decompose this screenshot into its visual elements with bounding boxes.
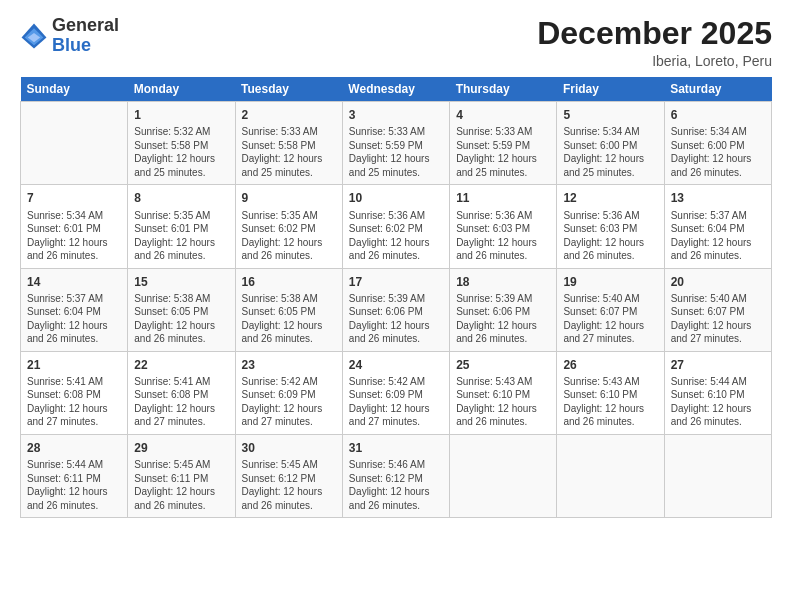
calendar-cell: 11Sunrise: 5:36 AMSunset: 6:03 PMDayligh… — [450, 185, 557, 268]
day-number: 20 — [671, 274, 765, 290]
calendar-cell: 20Sunrise: 5:40 AMSunset: 6:07 PMDayligh… — [664, 268, 771, 351]
day-info: Sunrise: 5:46 AMSunset: 6:12 PMDaylight:… — [349, 458, 443, 512]
day-info: Sunrise: 5:44 AMSunset: 6:11 PMDaylight:… — [27, 458, 121, 512]
day-info: Sunrise: 5:38 AMSunset: 6:05 PMDaylight:… — [134, 292, 228, 346]
day-number: 7 — [27, 190, 121, 206]
day-info: Sunrise: 5:39 AMSunset: 6:06 PMDaylight:… — [349, 292, 443, 346]
location: Iberia, Loreto, Peru — [537, 53, 772, 69]
calendar-cell: 27Sunrise: 5:44 AMSunset: 6:10 PMDayligh… — [664, 351, 771, 434]
day-info: Sunrise: 5:33 AMSunset: 5:59 PMDaylight:… — [349, 125, 443, 179]
calendar-week-3: 14Sunrise: 5:37 AMSunset: 6:04 PMDayligh… — [21, 268, 772, 351]
day-number: 6 — [671, 107, 765, 123]
day-info: Sunrise: 5:34 AMSunset: 6:00 PMDaylight:… — [671, 125, 765, 179]
day-info: Sunrise: 5:33 AMSunset: 5:59 PMDaylight:… — [456, 125, 550, 179]
col-saturday: Saturday — [664, 77, 771, 102]
day-number: 8 — [134, 190, 228, 206]
day-info: Sunrise: 5:34 AMSunset: 6:00 PMDaylight:… — [563, 125, 657, 179]
calendar-cell — [450, 434, 557, 517]
calendar-cell: 23Sunrise: 5:42 AMSunset: 6:09 PMDayligh… — [235, 351, 342, 434]
calendar-cell: 29Sunrise: 5:45 AMSunset: 6:11 PMDayligh… — [128, 434, 235, 517]
calendar-cell: 25Sunrise: 5:43 AMSunset: 6:10 PMDayligh… — [450, 351, 557, 434]
calendar-cell: 31Sunrise: 5:46 AMSunset: 6:12 PMDayligh… — [342, 434, 449, 517]
calendar-week-5: 28Sunrise: 5:44 AMSunset: 6:11 PMDayligh… — [21, 434, 772, 517]
col-tuesday: Tuesday — [235, 77, 342, 102]
day-info: Sunrise: 5:38 AMSunset: 6:05 PMDaylight:… — [242, 292, 336, 346]
day-number: 18 — [456, 274, 550, 290]
calendar-body: 1Sunrise: 5:32 AMSunset: 5:58 PMDaylight… — [21, 102, 772, 518]
day-info: Sunrise: 5:42 AMSunset: 6:09 PMDaylight:… — [349, 375, 443, 429]
day-info: Sunrise: 5:35 AMSunset: 6:01 PMDaylight:… — [134, 209, 228, 263]
month-year: December 2025 — [537, 16, 772, 51]
day-info: Sunrise: 5:36 AMSunset: 6:03 PMDaylight:… — [456, 209, 550, 263]
col-wednesday: Wednesday — [342, 77, 449, 102]
day-number: 27 — [671, 357, 765, 373]
day-info: Sunrise: 5:44 AMSunset: 6:10 PMDaylight:… — [671, 375, 765, 429]
day-info: Sunrise: 5:40 AMSunset: 6:07 PMDaylight:… — [563, 292, 657, 346]
calendar-week-2: 7Sunrise: 5:34 AMSunset: 6:01 PMDaylight… — [21, 185, 772, 268]
calendar-table: Sunday Monday Tuesday Wednesday Thursday… — [20, 77, 772, 518]
calendar-week-1: 1Sunrise: 5:32 AMSunset: 5:58 PMDaylight… — [21, 102, 772, 185]
calendar-cell: 5Sunrise: 5:34 AMSunset: 6:00 PMDaylight… — [557, 102, 664, 185]
day-number: 30 — [242, 440, 336, 456]
day-number: 16 — [242, 274, 336, 290]
calendar-cell: 2Sunrise: 5:33 AMSunset: 5:58 PMDaylight… — [235, 102, 342, 185]
col-thursday: Thursday — [450, 77, 557, 102]
day-info: Sunrise: 5:43 AMSunset: 6:10 PMDaylight:… — [456, 375, 550, 429]
calendar-header: Sunday Monday Tuesday Wednesday Thursday… — [21, 77, 772, 102]
logo-icon — [20, 22, 48, 50]
calendar-cell: 12Sunrise: 5:36 AMSunset: 6:03 PMDayligh… — [557, 185, 664, 268]
calendar-cell: 13Sunrise: 5:37 AMSunset: 6:04 PMDayligh… — [664, 185, 771, 268]
calendar-cell — [557, 434, 664, 517]
day-info: Sunrise: 5:37 AMSunset: 6:04 PMDaylight:… — [27, 292, 121, 346]
day-number: 26 — [563, 357, 657, 373]
day-number: 3 — [349, 107, 443, 123]
calendar-cell: 8Sunrise: 5:35 AMSunset: 6:01 PMDaylight… — [128, 185, 235, 268]
day-number: 4 — [456, 107, 550, 123]
logo: General Blue — [20, 16, 119, 56]
day-info: Sunrise: 5:36 AMSunset: 6:03 PMDaylight:… — [563, 209, 657, 263]
day-number: 15 — [134, 274, 228, 290]
calendar-cell: 17Sunrise: 5:39 AMSunset: 6:06 PMDayligh… — [342, 268, 449, 351]
col-friday: Friday — [557, 77, 664, 102]
calendar-cell: 22Sunrise: 5:41 AMSunset: 6:08 PMDayligh… — [128, 351, 235, 434]
day-info: Sunrise: 5:34 AMSunset: 6:01 PMDaylight:… — [27, 209, 121, 263]
day-number: 24 — [349, 357, 443, 373]
day-info: Sunrise: 5:42 AMSunset: 6:09 PMDaylight:… — [242, 375, 336, 429]
calendar-cell: 16Sunrise: 5:38 AMSunset: 6:05 PMDayligh… — [235, 268, 342, 351]
title-block: December 2025 Iberia, Loreto, Peru — [537, 16, 772, 69]
day-number: 19 — [563, 274, 657, 290]
calendar-cell: 28Sunrise: 5:44 AMSunset: 6:11 PMDayligh… — [21, 434, 128, 517]
day-info: Sunrise: 5:45 AMSunset: 6:12 PMDaylight:… — [242, 458, 336, 512]
calendar-cell: 6Sunrise: 5:34 AMSunset: 6:00 PMDaylight… — [664, 102, 771, 185]
col-monday: Monday — [128, 77, 235, 102]
day-number: 10 — [349, 190, 443, 206]
day-number: 23 — [242, 357, 336, 373]
day-info: Sunrise: 5:32 AMSunset: 5:58 PMDaylight:… — [134, 125, 228, 179]
calendar-cell: 24Sunrise: 5:42 AMSunset: 6:09 PMDayligh… — [342, 351, 449, 434]
day-info: Sunrise: 5:37 AMSunset: 6:04 PMDaylight:… — [671, 209, 765, 263]
calendar-week-4: 21Sunrise: 5:41 AMSunset: 6:08 PMDayligh… — [21, 351, 772, 434]
day-number: 29 — [134, 440, 228, 456]
calendar-cell: 18Sunrise: 5:39 AMSunset: 6:06 PMDayligh… — [450, 268, 557, 351]
header-row: Sunday Monday Tuesday Wednesday Thursday… — [21, 77, 772, 102]
day-info: Sunrise: 5:39 AMSunset: 6:06 PMDaylight:… — [456, 292, 550, 346]
calendar-cell: 9Sunrise: 5:35 AMSunset: 6:02 PMDaylight… — [235, 185, 342, 268]
calendar-cell: 21Sunrise: 5:41 AMSunset: 6:08 PMDayligh… — [21, 351, 128, 434]
day-number: 22 — [134, 357, 228, 373]
calendar-cell: 4Sunrise: 5:33 AMSunset: 5:59 PMDaylight… — [450, 102, 557, 185]
day-number: 31 — [349, 440, 443, 456]
calendar-cell — [664, 434, 771, 517]
calendar-cell: 19Sunrise: 5:40 AMSunset: 6:07 PMDayligh… — [557, 268, 664, 351]
day-number: 28 — [27, 440, 121, 456]
day-number: 2 — [242, 107, 336, 123]
calendar-cell: 7Sunrise: 5:34 AMSunset: 6:01 PMDaylight… — [21, 185, 128, 268]
col-sunday: Sunday — [21, 77, 128, 102]
logo-general: General — [52, 15, 119, 35]
day-info: Sunrise: 5:41 AMSunset: 6:08 PMDaylight:… — [27, 375, 121, 429]
day-info: Sunrise: 5:41 AMSunset: 6:08 PMDaylight:… — [134, 375, 228, 429]
day-number: 12 — [563, 190, 657, 206]
day-number: 9 — [242, 190, 336, 206]
day-info: Sunrise: 5:36 AMSunset: 6:02 PMDaylight:… — [349, 209, 443, 263]
day-number: 21 — [27, 357, 121, 373]
day-number: 11 — [456, 190, 550, 206]
